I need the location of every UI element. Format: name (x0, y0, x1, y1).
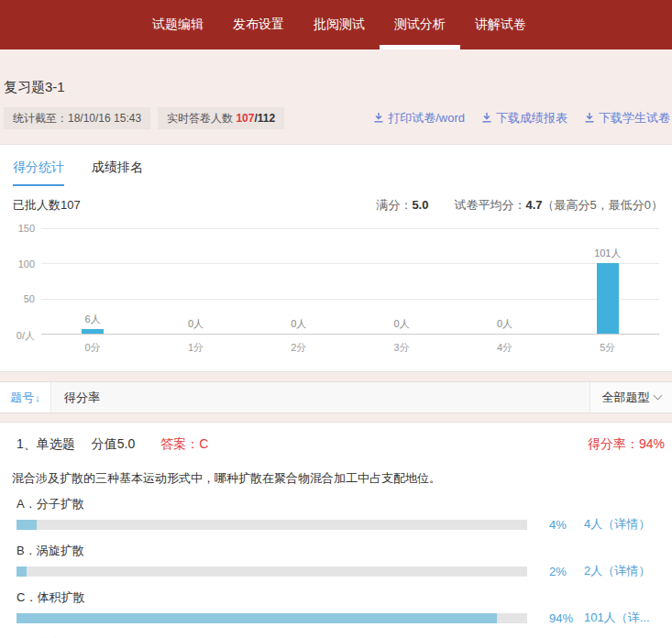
score-distribution-chart: 6人 0人 0人 0人 0人 (0, 228, 672, 355)
chart-category-label: 1分 (144, 341, 247, 355)
chart-category-label: 0分 (41, 341, 144, 355)
chart-column-3: 0人 (350, 317, 453, 334)
chart-bar-value: 0人 (394, 317, 410, 331)
nav-tab-question-edit[interactable]: 试题编辑 (138, 0, 218, 50)
chart-bar-value: 0人 (188, 317, 204, 331)
option-label: C．体积扩散 (17, 589, 672, 606)
download-report-link[interactable]: 下载成绩报表 (481, 110, 567, 126)
chart-column-1: 0人 (144, 317, 247, 334)
chart-bar (597, 263, 619, 334)
chart-bar-value: 0人 (291, 317, 306, 331)
question-score-rate: 得分率：94% (588, 436, 665, 453)
sub-tabs: 得分统计 成绩排名 (0, 156, 672, 186)
chart-bar (82, 329, 104, 334)
question-score: 分值5.0 (92, 436, 135, 453)
page-title: 复习题3-1 (4, 79, 672, 96)
download-report-label: 下载成绩报表 (496, 110, 567, 126)
chevron-down-icon (653, 391, 662, 401)
chart-category-label: 5分 (556, 341, 659, 355)
option-count-details-link[interactable]: 2人（详情） (584, 563, 650, 579)
average-score-label: 试卷平均分： (454, 198, 525, 212)
chart-category-label: 4分 (453, 341, 556, 355)
chart-column-4: 0人 (453, 317, 556, 334)
summary-row: 已批人数107 满分：5.0 试卷平均分：4.7（最高分5，最低分0） (0, 186, 672, 214)
question-index-type: 1、单选题 (17, 436, 75, 453)
y-axis-label-150: 150 (0, 223, 35, 234)
options-list: A．分子扩散 4% 4人（详情） B．涡旋扩散 2% 2人（详情） C．体积扩散… (0, 496, 672, 638)
chart-category-row: 0分 1分 2分 3分 4分 5分 (41, 341, 659, 355)
total-count: /112 (254, 112, 275, 125)
option-row-a: A．分子扩散 4% 4人（详情） (0, 496, 672, 533)
question-text: 混合涉及扩散的三种基本运动形式中，哪种扩散在聚合物混合加工中占支配地位。 (12, 470, 663, 486)
realtime-label: 实时答卷人数 (167, 112, 236, 125)
question-type-filter[interactable]: 全部题型 (589, 382, 672, 412)
chart-columns: 6人 0人 0人 0人 0人 (41, 228, 659, 334)
download-student-papers-label: 下载学生试卷 (599, 110, 670, 126)
chart-category-label: 3分 (350, 341, 453, 355)
question-header: 1、单选题 分值5.0 答案：C 得分率：94% (0, 436, 672, 453)
download-icon (373, 112, 384, 126)
chart-column-0: 6人 (41, 313, 144, 334)
stat-chip-answered: 实时答卷人数 107/112 (158, 107, 284, 129)
download-student-papers-link[interactable]: 下载学生试卷 (584, 110, 670, 126)
question-type-label: 全部题型 (602, 390, 650, 406)
print-paper-label: 打印试卷/word (388, 110, 465, 126)
download-icon (584, 112, 595, 126)
score-rate-column-header: 得分率 (51, 382, 589, 412)
y-axis-label-zero: 0/人 (0, 329, 35, 343)
option-percent: 4% (549, 518, 584, 532)
nav-tab-publish-settings[interactable]: 发布设置 (218, 0, 299, 50)
option-row-b: B．涡旋扩散 2% 2人（详情） (0, 543, 672, 579)
question-panel: 1、单选题 分值5.0 答案：C 得分率：94% 混合涉及扩散的三种基本运动形式… (0, 422, 672, 638)
y-axis-label-50: 50 (0, 293, 35, 304)
chart-bar-value: 0人 (497, 317, 512, 331)
sort-down-icon: ↓ (35, 392, 40, 403)
option-bar-fill (17, 613, 497, 623)
chart-bar-value: 101人 (594, 247, 621, 260)
print-paper-link[interactable]: 打印试卷/word (373, 110, 465, 126)
tab-score-ranking[interactable]: 成绩排名 (92, 160, 143, 186)
full-score-label: 满分： (376, 198, 412, 212)
stat-chip-deadline: 统计截至：18/10/16 15:43 (4, 107, 150, 129)
option-count-details-link[interactable]: 4人（详情） (584, 516, 650, 533)
nav-tab-review-test[interactable]: 批阅测试 (299, 0, 380, 50)
option-percent: 94% (549, 611, 584, 625)
full-score-value: 5.0 (412, 198, 428, 212)
option-label: B．涡旋扩散 (17, 543, 672, 559)
chart-bar-value: 6人 (85, 313, 101, 326)
sort-by-question-number[interactable]: 题号↓ (0, 382, 51, 412)
option-label: A．分子扩散 (17, 496, 672, 512)
option-bar-track (17, 613, 527, 623)
option-bar-track (17, 566, 527, 577)
answered-count: 107 (236, 112, 254, 125)
download-icon (481, 112, 492, 126)
stats-row: 统计截至：18/10/16 15:43 实时答卷人数 107/112 打印试卷/… (4, 107, 672, 129)
option-bar-fill (17, 566, 27, 577)
question-filter-row: 题号↓ 得分率 全部题型 (0, 381, 672, 413)
sort-label: 题号 (10, 390, 34, 406)
chart-category-label: 2分 (248, 341, 350, 355)
option-bar-fill (17, 520, 37, 530)
option-percent: 2% (549, 565, 584, 578)
tab-score-statistics[interactable]: 得分统计 (13, 160, 64, 186)
nav-tab-explain-paper[interactable]: 讲解试卷 (460, 0, 541, 50)
average-score-range: （最高分5，最低分0） (543, 198, 663, 212)
chart-column-2: 0人 (248, 317, 350, 334)
option-row-c: C．体积扩散 94% 101人（详... (0, 589, 672, 626)
nav-tab-test-analysis[interactable]: 测试分析 (380, 0, 460, 50)
y-axis-label-100: 100 (0, 258, 35, 270)
chart-plot-area: 6人 0人 0人 0人 0人 (41, 228, 659, 335)
option-count-details-link[interactable]: 101人（详... (584, 610, 650, 626)
option-bar-track (17, 520, 527, 530)
score-rate-label: 得分率 (64, 390, 100, 406)
page-header: 复习题3-1 统计截至：18/10/16 15:43 实时答卷人数 107/11… (0, 50, 672, 129)
question-answer: 答案：C (160, 436, 208, 453)
chart-column-5: 101人 (556, 247, 659, 334)
score-statistics-panel: 得分统计 成绩排名 已批人数107 满分：5.0 试卷平均分：4.7（最高分5，… (0, 144, 672, 372)
graded-count: 已批人数107 (13, 197, 81, 214)
average-score-value: 4.7 (525, 198, 542, 212)
top-nav-bar: 试题编辑 发布设置 批阅测试 测试分析 讲解试卷 (0, 0, 672, 50)
